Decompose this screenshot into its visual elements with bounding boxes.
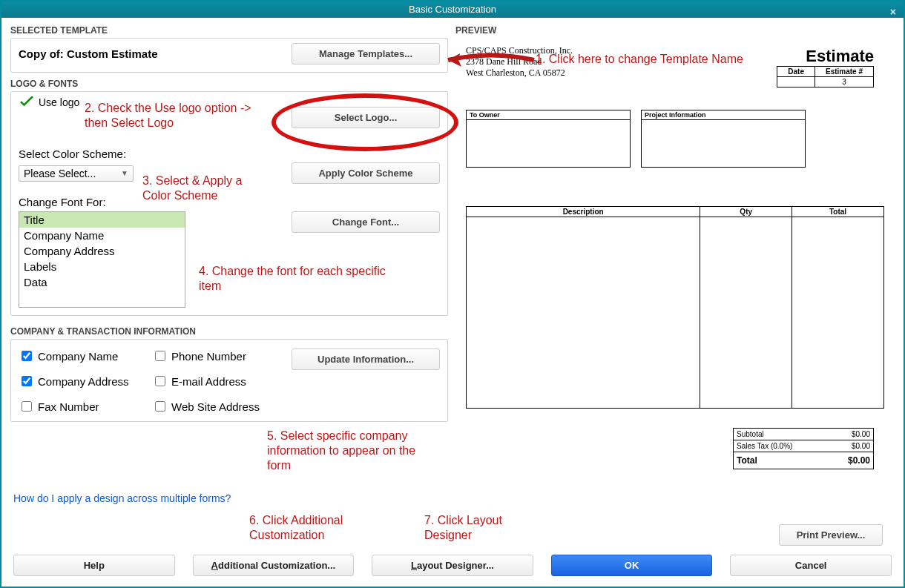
font-item-company-name[interactable]: Company Name (19, 228, 185, 243)
subtotal-label: Subtotal (737, 430, 764, 438)
help-button[interactable]: Help (13, 555, 175, 576)
section-preview: PREVIEW (455, 25, 895, 36)
chevron-down-icon: ▼ (121, 169, 128, 177)
right-pane: PREVIEW CPS/CAPS Construction, Inc. 2378… (455, 25, 895, 546)
section-selected-template: SELECTED TEMPLATE (10, 25, 448, 36)
font-item-company-address[interactable]: Company Address (19, 243, 185, 259)
logo-fonts-box: Use logo Select Logo... Select Color Sch… (10, 91, 448, 316)
website-label: Web Site Address (171, 400, 260, 413)
total-val: $0.00 (848, 455, 870, 466)
layout-label: ayout Designer... (417, 560, 494, 571)
manage-templates-button[interactable]: Manage Templates... (292, 43, 440, 65)
company-name-checkbox[interactable] (22, 351, 32, 361)
help-link[interactable]: How do I apply a design across multiple … (13, 492, 231, 504)
content-area: SELECTED TEMPLATE Copy of: Custom Estima… (1, 18, 904, 549)
preview-canvas: CPS/CAPS Construction, Inc. 2378 Dane Hi… (455, 38, 895, 520)
pv-doc-title: Estimate (806, 47, 874, 66)
chk-website[interactable]: Web Site Address (152, 399, 271, 414)
layout-label-u: L (411, 560, 417, 571)
window-root: Basic Customization × SELECTED TEMPLATE … (1, 1, 904, 587)
pv-col-qty: Qty (700, 207, 792, 217)
font-item-labels[interactable]: Labels (19, 259, 185, 274)
select-logo-button[interactable]: Select Logo... (292, 107, 440, 128)
color-scheme-dropdown[interactable]: Please Select... ▼ (19, 165, 134, 182)
subtotal-val: $0.00 (852, 430, 870, 438)
company-address-checkbox[interactable] (22, 376, 32, 386)
use-logo-label: Use logo (39, 96, 79, 108)
fax-checkbox[interactable] (22, 401, 32, 412)
checkmark-icon (19, 96, 35, 108)
chk-company-name[interactable]: Company Name (19, 348, 152, 363)
pv-box-project-head: Project Information (642, 110, 805, 120)
chk-phone[interactable]: Phone Number (152, 348, 271, 363)
pv-val-estno: 3 (814, 77, 873, 87)
tax-label: Sales Tax (0.0%) (737, 442, 792, 450)
left-pane: SELECTED TEMPLATE Copy of: Custom Estima… (10, 25, 448, 546)
email-checkbox[interactable] (155, 376, 165, 386)
chk-fax[interactable]: Fax Number (19, 399, 152, 414)
use-logo-checkbox[interactable]: Use logo (19, 96, 79, 108)
selected-template-box: Copy of: Custom Estimate Manage Template… (10, 38, 448, 73)
company-info-box: Company Name Phone Number Company Addres… (10, 339, 448, 422)
phone-checkbox[interactable] (155, 351, 165, 361)
color-scheme-selected: Please Select... (24, 168, 96, 179)
pv-box-owner: To Owner (466, 110, 631, 168)
company-name-label: Company Name (38, 350, 118, 363)
cancel-button[interactable]: Cancel (730, 555, 892, 576)
pv-box-project: Project Information (641, 110, 806, 168)
section-company-info: COMPANY & TRANSACTION INFORMATION (10, 326, 448, 337)
color-scheme-label: Select Color Scheme: (19, 148, 440, 160)
phone-label: Phone Number (171, 350, 246, 363)
section-logo-fonts: LOGO & FONTS (10, 79, 448, 89)
chk-company-address[interactable]: Company Address (19, 374, 152, 389)
font-list[interactable]: Title Company Name Company Address Label… (19, 211, 185, 308)
titlebar: Basic Customization × (1, 1, 904, 18)
pv-col-date: Date (777, 67, 815, 77)
bottom-bar: Help Additional Customization... Layout … (1, 549, 904, 587)
update-information-button[interactable]: Update Information... (292, 348, 440, 370)
change-font-button[interactable]: Change Font... (292, 211, 440, 233)
pv-col-estno: Estimate # (814, 67, 873, 77)
pv-col-total: Total (792, 207, 884, 217)
layout-designer-button[interactable]: Layout Designer... (372, 555, 533, 576)
font-item-data[interactable]: Data (19, 274, 185, 290)
font-item-title[interactable]: Title (19, 212, 185, 228)
total-label: Total (737, 455, 757, 466)
pv-val-date (777, 77, 815, 87)
pv-header-table: Date Estimate # 3 (777, 66, 874, 87)
print-preview-button[interactable]: Print Preview... (779, 524, 883, 546)
pv-box-owner-head: To Owner (467, 110, 630, 120)
change-font-label: Change Font For: (19, 196, 440, 208)
company-address-label: Company Address (38, 375, 129, 388)
ok-button[interactable]: OK (551, 555, 713, 576)
chk-email[interactable]: E-mail Address (152, 374, 271, 389)
pv-lineitems-table: Description Qty Total (466, 206, 884, 409)
fax-label: Fax Number (38, 400, 99, 413)
apply-color-scheme-button[interactable]: Apply Color Scheme (292, 162, 440, 184)
tax-val: $0.00 (852, 442, 870, 450)
window-title: Basic Customization (409, 4, 496, 15)
email-label: E-mail Address (171, 375, 246, 388)
pv-totals: Subtotal$0.00 Sales Tax (0.0%)$0.00 Tota… (733, 428, 874, 469)
additional-customization-button[interactable]: Additional Customization... (193, 555, 355, 576)
pv-col-desc: Description (467, 207, 700, 217)
template-name: Copy of: Custom Estimate (19, 47, 158, 60)
pv-mid-boxes: To Owner Project Information (466, 110, 884, 168)
website-checkbox[interactable] (155, 401, 165, 412)
additional-label: dditional Customization... (218, 560, 335, 571)
additional-label-u: A (211, 560, 218, 571)
